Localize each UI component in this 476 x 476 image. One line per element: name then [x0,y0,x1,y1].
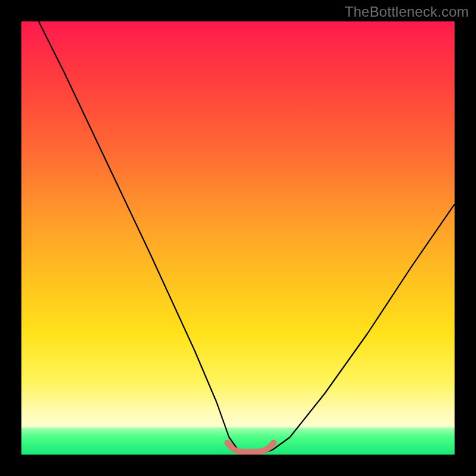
plot-area [21,21,455,455]
bottleneck-curve-path [39,21,455,453]
chart-frame: TheBottleneck.com [0,0,476,476]
curve-svg [21,21,455,455]
watermark-label: TheBottleneck.com [345,4,469,20]
